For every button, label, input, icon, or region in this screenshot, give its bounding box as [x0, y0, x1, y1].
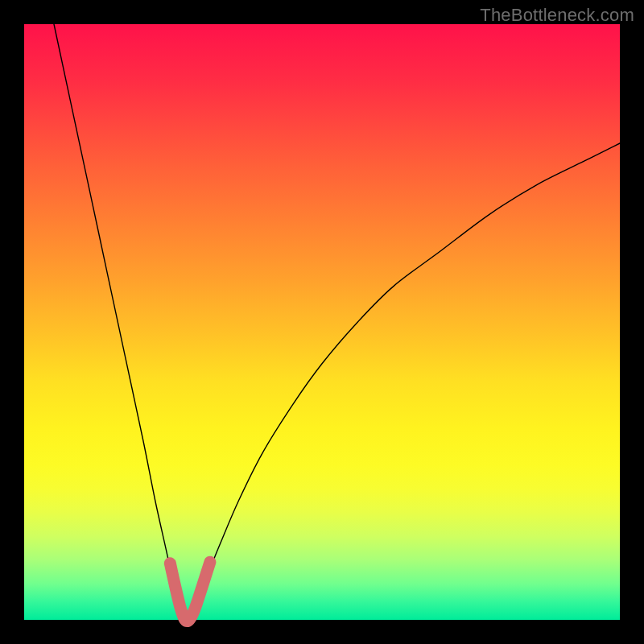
- valley-highlight: [170, 562, 210, 621]
- bottleneck-curve: [54, 24, 620, 621]
- plot-area: [24, 24, 620, 620]
- watermark-text: TheBottleneck.com: [480, 5, 634, 26]
- chart-stage: TheBottleneck.com: [0, 0, 644, 644]
- curve-layer: [24, 24, 620, 620]
